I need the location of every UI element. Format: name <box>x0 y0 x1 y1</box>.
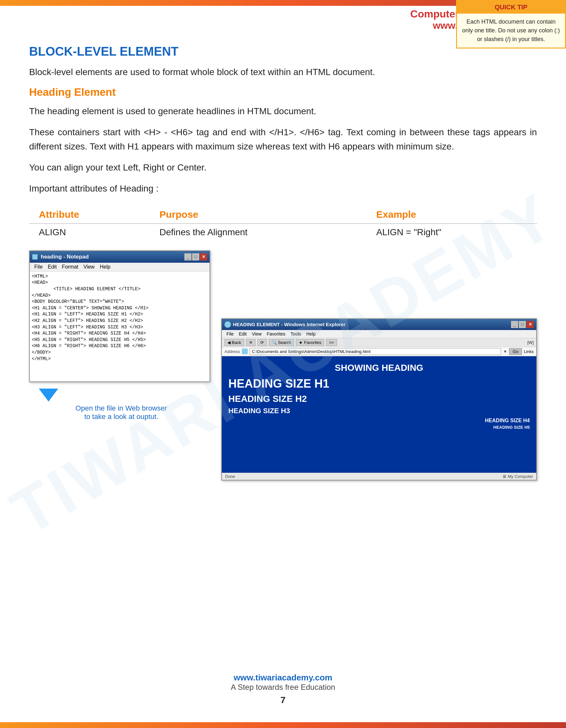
stop-button[interactable]: ✕ <box>246 339 256 346</box>
center-col: QUICK TIP Each HTML document can contain… <box>221 250 537 480</box>
browser-addressbar: Address ▼ Go Links <box>222 347 536 356</box>
maximize-button[interactable]: □ <box>192 253 199 260</box>
computer-icon: 🖥 <box>502 474 506 479</box>
heading-element-title: Heading Element <box>29 86 537 98</box>
col-header-attribute: Attribute <box>29 206 150 224</box>
arrow-label-line2: to take a look at ouptut. <box>84 413 159 421</box>
close-button[interactable]: ✕ <box>200 253 207 260</box>
browser-content: SHOWING HEADING HEADING SIZE H1 HEADING … <box>222 356 536 473</box>
minimize-button[interactable]: _ <box>184 253 192 260</box>
ie-icon <box>225 321 231 328</box>
footer-website: www.tiwariacademy.com <box>0 673 566 683</box>
address-label: Address <box>225 349 240 354</box>
browser-menu-help[interactable]: Help <box>304 331 318 337</box>
menu-edit[interactable]: Edit <box>45 263 60 270</box>
col-header-purpose: Purpose <box>150 206 366 224</box>
attribute-table: Attribute Purpose Example ALIGN Defines … <box>29 206 537 241</box>
browser-menu-favorites[interactable]: Favorites <box>264 331 288 337</box>
heading-h2: HEADING SIZE H2 <box>228 394 530 404</box>
heading-desc2: These containers start with <H> - <H6> t… <box>29 125 537 154</box>
browser-window[interactable]: HEADING ELEMENT - Windows Internet Explo… <box>221 318 537 480</box>
heading-desc1: The heading element is used to generate … <box>29 104 537 119</box>
col-header-example: Example <box>366 206 537 224</box>
refresh-button[interactable]: ⟳ <box>258 339 267 346</box>
attr-example: ALIGN = "Right" <box>366 224 537 241</box>
browser-titlebar: HEADING ELEMENT - Windows Internet Explo… <box>222 319 536 330</box>
quick-tip-header: QUICK TIP <box>457 1 565 14</box>
notepad-window[interactable]: heading - Notepad _ □ ✕ File Edit Format… <box>29 250 210 382</box>
footer-tagline: A Step towards free Education <box>0 683 566 692</box>
search-button[interactable]: 🔍 Search <box>269 339 294 346</box>
address-input[interactable] <box>250 348 501 355</box>
footer: www.tiwariacademy.com A Step towards fre… <box>0 665 566 718</box>
attr-purpose: Defines the Alignment <box>150 224 366 241</box>
arrow-section: Open the file in Web browser to take a l… <box>29 389 214 421</box>
intro-text: Block-level elements are used to format … <box>29 65 537 80</box>
heading-desc4: Important attributes of Heading : <box>29 182 537 196</box>
notepad-titlebar: heading - Notepad _ □ ✕ <box>30 251 210 263</box>
heading-h4: HEADING SIZE H4 <box>228 418 530 424</box>
address-icon <box>242 348 248 354</box>
notepad-content: <HTML> <HEAD> <TITLE> HEADING ELEMENT </… <box>30 271 210 381</box>
menu-file[interactable]: File <box>32 263 45 270</box>
more-button[interactable]: >> <box>326 339 337 346</box>
window-buttons: _ □ ✕ <box>184 253 207 260</box>
attr-name: ALIGN <box>29 224 150 241</box>
bottom-bar <box>0 722 566 728</box>
status-done: Done <box>225 474 235 479</box>
browser-title-label: HEADING ELEMENT - Windows Internet Explo… <box>225 321 345 328</box>
notepad-menubar: File Edit Format View Help <box>30 263 210 271</box>
notepad-title-label: heading - Notepad <box>32 254 89 260</box>
back-button[interactable]: ◀ Back <box>225 339 244 346</box>
browser-statusbar: Done 🖥 My Computer <box>222 473 536 480</box>
browser-toolbar: ◀ Back ✕ ⟳ 🔍 Search ★ Favorites >> [W] <box>222 338 536 347</box>
heading-h3: HEADING SIZE H3 <box>228 407 530 415</box>
notepad-icon <box>32 254 38 259</box>
heading-h5: HEADING SIZE H5 <box>228 425 530 430</box>
status-my-computer: 🖥 My Computer <box>502 474 533 479</box>
browser-menu-file[interactable]: File <box>224 331 237 337</box>
browser-menubar: File Edit View Favorites Tools Help <box>222 330 536 338</box>
quick-tip-body: Each HTML document can contain only one … <box>457 14 565 48</box>
heading-showing: SHOWING HEADING <box>228 363 530 373</box>
ie-logo: [W] <box>527 340 534 345</box>
menu-view[interactable]: View <box>81 263 97 270</box>
arrow-label-line1: Open the file in Web browser <box>75 404 167 413</box>
menu-format[interactable]: Format <box>59 263 81 270</box>
heading-h1: HEADING SIZE H1 <box>228 377 530 391</box>
table-row: ALIGN Defines the Alignment ALIGN = "Rig… <box>29 224 537 241</box>
menu-help[interactable]: Help <box>97 263 113 270</box>
browser-menu-edit[interactable]: Edit <box>237 331 250 337</box>
browser-menu-tools[interactable]: Tools <box>288 331 304 337</box>
links-button[interactable]: Links <box>524 349 534 354</box>
browser-maximize-button[interactable]: □ <box>519 321 526 328</box>
main-content: BLOCK-LEVEL ELEMENT Block-level elements… <box>0 6 566 506</box>
dropdown-icon[interactable]: ▼ <box>503 349 507 354</box>
left-col: heading - Notepad _ □ ✕ File Edit Format… <box>29 250 214 421</box>
screenshots-row: heading - Notepad _ □ ✕ File Edit Format… <box>29 250 537 480</box>
heading-desc3: You can align your text Left, Right or C… <box>29 160 537 175</box>
favorites-button[interactable]: ★ Favorites <box>296 339 324 346</box>
browser-close-button[interactable]: ✕ <box>527 321 534 328</box>
page-number: 7 <box>0 695 566 705</box>
go-button[interactable]: Go <box>509 348 522 355</box>
browser-window-buttons: _ □ ✕ <box>511 321 534 328</box>
browser-menu-view[interactable]: View <box>250 331 264 337</box>
arrow-down-icon <box>39 389 58 402</box>
quick-tip-box: QUICK TIP Each HTML document can contain… <box>456 0 566 49</box>
browser-minimize-button[interactable]: _ <box>511 321 518 328</box>
